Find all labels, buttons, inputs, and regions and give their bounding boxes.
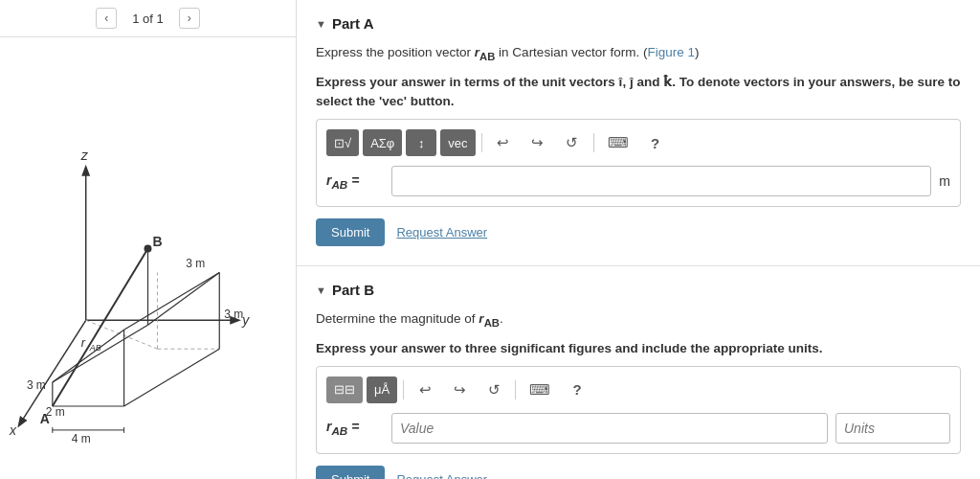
nav-bar: ‹ 1 of 1 › [0, 0, 296, 37]
toolbar-sep3 [403, 380, 404, 399]
part-a-actions: Submit Request Answer [316, 218, 961, 246]
svg-text:x: x [9, 422, 17, 438]
figure-area: z y x [0, 37, 296, 479]
undo-btn-b[interactable]: ↩ [410, 376, 440, 403]
undo-btn[interactable]: ↩ [488, 129, 519, 156]
fraction-sqrt-btn[interactable]: ⊡√ [326, 129, 359, 156]
collapse-icon-a[interactable]: ▼ [316, 18, 326, 30]
svg-text:z: z [80, 148, 89, 163]
toolbar-sep4 [515, 380, 516, 399]
svg-text:4 m: 4 m [72, 432, 91, 445]
toolbar-sep2 [593, 133, 594, 152]
part-b-title: Part B [332, 282, 374, 298]
svg-text:AB: AB [89, 343, 101, 353]
part-a-toolbar: ⊡√ ΑΣφ ↕ vec ↩ ↪ ↺ ⌨ ? [326, 129, 950, 156]
help-btn-b[interactable]: ? [562, 376, 592, 403]
part-b-units-input[interactable] [835, 413, 950, 444]
part-b-section: ▼ Part B Determine the magnitude of rAB.… [297, 266, 980, 479]
page-label: 1 of 1 [132, 11, 164, 26]
prev-button[interactable]: ‹ [96, 8, 117, 29]
part-a-header: ▼ Part A [316, 15, 961, 32]
part-a-answer-box: ⊡√ ΑΣφ ↕ vec ↩ ↪ ↺ ⌨ ? rAB = m [316, 119, 961, 207]
part-b-toolbar: ⊟⊟ μÅ ↩ ↪ ↺ ⌨ ? [326, 376, 950, 403]
right-panel: ▼ Part A Express the position vector rAB… [297, 0, 980, 479]
toolbar-sep1 [481, 133, 482, 152]
svg-text:r: r [81, 335, 86, 350]
part-b-answer-box: ⊟⊟ μÅ ↩ ↪ ↺ ⌨ ? rAB = [316, 366, 961, 454]
reset-btn-b[interactable]: ↺ [479, 376, 509, 403]
diagram-svg: z y x [0, 37, 296, 479]
svg-text:B: B [152, 234, 162, 249]
left-panel: ‹ 1 of 1 › z y x [0, 0, 297, 479]
part-a-submit[interactable]: Submit [316, 218, 385, 246]
part-a-question1: Express the position vector rAB in Carte… [316, 43, 961, 65]
keyboard-btn-a[interactable]: ⌨ [600, 129, 636, 156]
part-b-header: ▼ Part B [316, 282, 961, 298]
part-a-instruction: Express your answer in terms of the unit… [316, 73, 961, 112]
collapse-icon-b[interactable]: ▼ [316, 285, 326, 296]
svg-text:3 m: 3 m [224, 308, 243, 321]
part-b-request-answer[interactable]: Request Answer [396, 472, 487, 479]
next-button[interactable]: › [179, 8, 200, 29]
part-b-question1: Determine the magnitude of rAB. [316, 309, 961, 331]
svg-text:3 m: 3 m [27, 378, 46, 392]
part-a-input-label: rAB = [326, 172, 384, 191]
toggle-btn-b[interactable]: ⊟⊟ [326, 376, 363, 403]
svg-point-21 [145, 245, 152, 253]
keyboard-btn-b[interactable]: ⌨ [522, 376, 558, 403]
part-a-unit: m [939, 173, 950, 189]
part-b-actions: Submit Request Answer [316, 466, 961, 479]
units-btn-b[interactable]: μÅ [367, 376, 397, 403]
part-b-value-input[interactable] [391, 413, 828, 444]
redo-btn-b[interactable]: ↪ [444, 376, 475, 403]
part-a-section: ▼ Part A Express the position vector rAB… [297, 0, 980, 266]
part-a-input[interactable] [391, 166, 931, 196]
vec-btn[interactable]: vec [440, 129, 475, 156]
reset-btn[interactable]: ↺ [557, 129, 588, 156]
part-b-instruction: Express your answer to three significant… [316, 339, 961, 358]
part-b-input-label: rAB = [326, 419, 384, 437]
redo-btn[interactable]: ↪ [523, 129, 553, 156]
part-a-input-row: rAB = m [326, 166, 950, 196]
svg-text:2 m: 2 m [46, 405, 65, 419]
part-b-submit[interactable]: Submit [316, 466, 385, 479]
help-btn-a[interactable]: ? [640, 129, 671, 156]
svg-text:3 m: 3 m [186, 257, 205, 270]
figure-link-a[interactable]: Figure 1 [647, 45, 695, 59]
part-a-title: Part A [332, 15, 374, 32]
superscript-btn[interactable]: ↕ [406, 129, 436, 156]
greek-btn[interactable]: ΑΣφ [363, 129, 402, 156]
part-a-request-answer[interactable]: Request Answer [396, 225, 487, 240]
part-b-input-row: rAB = [326, 413, 950, 444]
